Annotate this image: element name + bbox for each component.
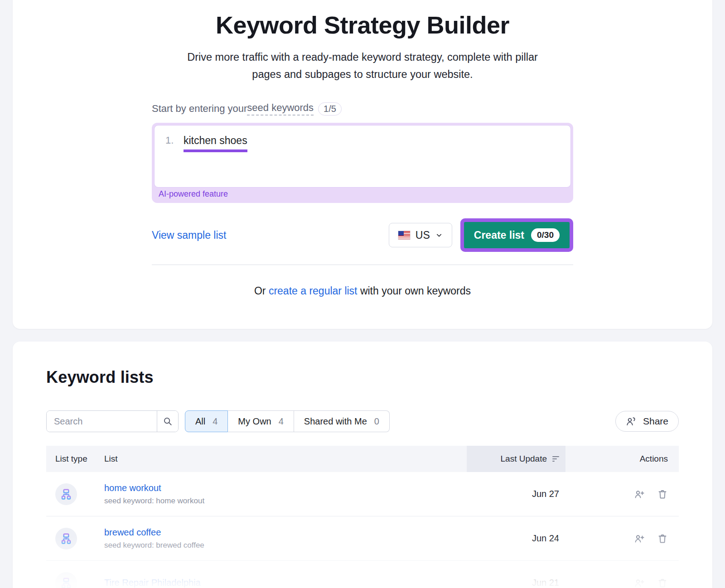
seed-label-prefix: Start by entering your	[152, 103, 247, 115]
regular-list-line: Or create a regular list with your own k…	[152, 285, 573, 297]
builder-actions-row: View sample list US Create list 0/30	[152, 218, 573, 252]
list-seed-keyword: seed keyword: brewed coffee	[104, 541, 467, 550]
list-seed-keyword: seed keyword: home workout	[104, 496, 467, 506]
country-code-label: US	[416, 229, 430, 241]
delete-list-button[interactable]	[657, 533, 668, 544]
create-list-highlight: Create list 0/30	[460, 218, 573, 252]
page-subtitle: Drive more traffic with a ready-made key…	[181, 49, 544, 83]
search-input[interactable]	[47, 411, 157, 432]
sort-descending-icon	[552, 456, 559, 462]
seed-keywords-term[interactable]: seed keywords	[247, 102, 314, 116]
person-plus-icon	[634, 489, 645, 500]
trash-icon	[657, 578, 668, 588]
keyword-lists-table: List type List Last Update Actions	[46, 446, 679, 588]
share-list-button[interactable]	[634, 533, 645, 544]
keyword-strategy-builder-card: Keyword Strategy Builder Drive more traf…	[13, 0, 712, 329]
tab-my-own-label: My Own	[238, 416, 271, 427]
list-name-link[interactable]: home workout	[104, 483, 161, 493]
search-box	[46, 410, 179, 432]
strategy-list-type-icon	[55, 528, 77, 549]
row-type-cell	[46, 528, 104, 549]
seed-keyword-value[interactable]: kitchen shoes	[184, 135, 247, 152]
list-controls: All 4 My Own 4 Shared with Me 0	[46, 410, 679, 432]
section-divider	[152, 265, 573, 265]
trash-icon	[657, 489, 668, 500]
tab-my-own[interactable]: My Own 4	[228, 410, 294, 432]
create-list-label: Create list	[474, 229, 524, 241]
table-header: List type List Last Update Actions	[46, 446, 679, 472]
share-button[interactable]: Share	[615, 411, 679, 432]
page-title: Keyword Strategy Builder	[13, 0, 712, 39]
row-actions-cell	[566, 533, 679, 544]
header-list-type: List type	[46, 446, 104, 472]
sitemap-icon	[60, 488, 72, 501]
row-actions-cell	[566, 489, 679, 500]
regular-suffix: with your own keywords	[358, 285, 471, 297]
strategy-list-type-icon	[55, 483, 77, 505]
keyword-lists-card: Keyword lists All 4 My Own 4	[13, 342, 712, 588]
country-selector[interactable]: US	[389, 223, 452, 247]
row-list-cell: brewed coffee seed keyword: brewed coffe…	[104, 527, 467, 550]
seed-row-number: 1.	[165, 135, 184, 146]
row-type-cell	[46, 483, 104, 505]
table-row: Tire Repair Philadelphia Jun 21	[46, 561, 679, 588]
row-list-cell: Tire Repair Philadelphia	[104, 578, 467, 588]
share-people-icon	[626, 416, 638, 427]
header-list: List	[104, 446, 467, 472]
search-button[interactable]	[157, 411, 178, 432]
header-last-update[interactable]: Last Update	[467, 446, 566, 472]
strategy-list-type-icon	[55, 572, 77, 588]
table-row: home workout seed keyword: home workout …	[46, 472, 679, 516]
seed-keywords-input[interactable]: 1. kitchen shoes	[154, 125, 571, 188]
share-button-label: Share	[643, 416, 668, 427]
sitemap-icon	[60, 577, 72, 588]
row-actions-cell	[566, 578, 679, 588]
table-row: brewed coffee seed keyword: brewed coffe…	[46, 516, 679, 561]
tab-shared-count: 0	[374, 416, 379, 427]
keyword-lists-heading: Keyword lists	[46, 368, 679, 387]
person-plus-icon	[634, 533, 645, 544]
share-list-button[interactable]	[634, 489, 645, 500]
tab-all[interactable]: All 4	[185, 410, 228, 432]
row-last-update: Jun 27	[467, 489, 566, 499]
trash-icon	[657, 533, 668, 544]
ai-powered-label: AI-powered feature	[154, 188, 571, 203]
row-last-update: Jun 21	[467, 578, 566, 588]
us-flag-icon	[398, 231, 410, 239]
row-last-update: Jun 24	[467, 533, 566, 544]
delete-list-button[interactable]	[657, 578, 668, 588]
builder-content: Start by entering your seed keywords 1/5…	[152, 102, 573, 297]
sitemap-icon	[60, 532, 72, 545]
tab-my-own-count: 4	[279, 416, 284, 427]
create-list-counter: 0/30	[531, 228, 560, 242]
seed-counter-badge: 1/5	[318, 102, 342, 116]
tab-shared-with-me[interactable]: Shared with Me 0	[294, 410, 390, 432]
list-filter-tabs: All 4 My Own 4 Shared with Me 0	[185, 410, 390, 432]
header-actions: Actions	[566, 446, 679, 472]
tab-all-count: 4	[213, 416, 218, 427]
chevron-down-icon	[435, 231, 443, 239]
create-list-button[interactable]: Create list 0/30	[464, 222, 570, 248]
row-type-cell	[46, 572, 104, 588]
seed-input-wrapper: 1. kitchen shoes AI-powered feature	[152, 123, 573, 203]
list-name-link[interactable]: brewed coffee	[104, 527, 161, 537]
row-list-cell: home workout seed keyword: home workout	[104, 483, 467, 506]
list-name-link[interactable]: Tire Repair Philadelphia	[104, 578, 201, 588]
search-icon	[163, 416, 173, 426]
seed-keywords-label: Start by entering your seed keywords 1/5	[152, 102, 573, 116]
tab-shared-label: Shared with Me	[304, 416, 367, 427]
regular-prefix: Or	[254, 285, 269, 297]
delete-list-button[interactable]	[657, 489, 668, 500]
tab-all-label: All	[195, 416, 205, 427]
view-sample-list-link[interactable]: View sample list	[152, 229, 226, 241]
share-list-button[interactable]	[634, 578, 645, 588]
create-regular-list-link[interactable]: create a regular list	[269, 285, 358, 297]
person-plus-icon	[634, 578, 645, 588]
last-update-label: Last Update	[501, 454, 547, 464]
